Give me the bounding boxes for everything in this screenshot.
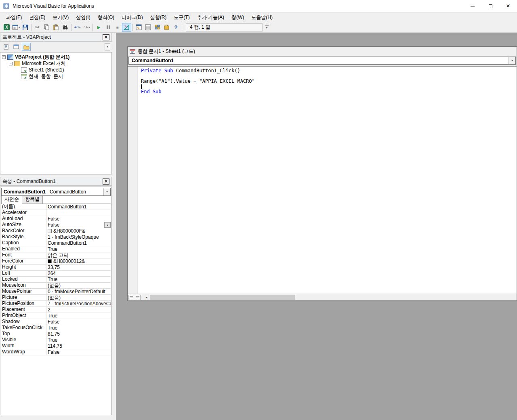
menu-item[interactable]: 도구(T) [170, 13, 193, 22]
object-selector-combobox[interactable]: CommandButton1 CommandButton ▾ [1, 188, 111, 196]
property-value[interactable]: 7 - fmPicturePositionAboveCenter [46, 301, 111, 307]
menu-item[interactable]: 편집(E) [25, 13, 49, 22]
property-value[interactable]: CommandButton1 [46, 240, 111, 246]
code-window[interactable]: 통합 문서1 - Sheet1 (코드) CommandButton1 ▾ Pr… [127, 46, 517, 301]
tree-item[interactable]: Sheet1 (Sheet1) [0, 67, 111, 73]
property-row[interactable]: EnabledTrue [1, 246, 111, 252]
project-explorer-button[interactable] [134, 23, 143, 32]
property-row[interactable]: CaptionCommandButton1 [1, 240, 111, 246]
property-value[interactable]: (없음) [46, 295, 111, 300]
run-sub-button[interactable]: ▶ [94, 23, 103, 32]
property-row[interactable]: Top81,75 [1, 331, 111, 337]
menu-item[interactable]: 창(W) [228, 13, 248, 22]
property-value[interactable]: &H80000012& [46, 258, 111, 264]
property-row[interactable]: PrintObjectTrue [1, 313, 111, 319]
view-microsoft-excel-button[interactable]: X [2, 23, 11, 32]
property-value[interactable]: False [46, 319, 111, 325]
property-value[interactable]: 114,75 [46, 343, 111, 349]
project-panel-titlebar[interactable]: 프로젝트 - VBAProject × [0, 33, 112, 42]
property-row[interactable]: VisibleTrue [1, 337, 111, 343]
tree-expander-icon[interactable]: − [9, 62, 13, 65]
menu-item[interactable]: 디버그(D) [118, 13, 147, 22]
menu-item[interactable]: 파일(F) [2, 13, 25, 22]
properties-panel-titlebar[interactable]: 속성 - CommandButton1 × [0, 177, 112, 186]
property-row[interactable]: MousePointer0 - fmMousePointerDefault [1, 289, 111, 295]
toggle-folders-button[interactable] [22, 43, 31, 51]
menu-item[interactable]: 도움말(H) [248, 13, 276, 22]
scroll-left-button[interactable]: ◄ [143, 294, 150, 301]
code-window-titlebar[interactable]: 통합 문서1 - Sheet1 (코드) [128, 47, 517, 56]
property-value[interactable]: True [46, 277, 111, 282]
property-row[interactable]: PicturePosition7 - fmPicturePositionAbov… [1, 301, 111, 307]
cut-button[interactable]: ✂ [33, 23, 42, 32]
property-value[interactable]: (없음) [46, 283, 111, 288]
property-row[interactable]: Picture(없음) [1, 295, 111, 301]
undo-button[interactable]: ↶▾ [73, 23, 82, 32]
property-value[interactable]: False [46, 349, 111, 355]
property-value[interactable]: False▾ [46, 222, 111, 228]
toolbox-button[interactable] [162, 23, 171, 32]
close-button[interactable]: × [499, 0, 517, 12]
combobox-dropdown-button[interactable]: ▾ [509, 57, 515, 64]
property-row[interactable]: AutoSizeFalse▾ [1, 222, 111, 228]
paste-button[interactable] [51, 23, 61, 32]
margin-indicator-bar[interactable] [128, 67, 138, 294]
reset-button[interactable]: ■ [113, 23, 122, 32]
procedure-view-button[interactable] [128, 295, 134, 300]
property-row[interactable]: BackColor&H8000000F& [1, 228, 111, 234]
property-row[interactable]: WordWrapFalse [1, 349, 111, 355]
find-button[interactable] [61, 23, 70, 32]
break-button[interactable] [103, 23, 113, 32]
tree-item[interactable]: −Microsoft Excel 개체 [0, 60, 111, 67]
property-value[interactable]: True [46, 325, 111, 331]
menu-item[interactable]: 추가 기능(A) [193, 13, 228, 22]
properties-panel-close-button[interactable]: × [103, 178, 109, 185]
property-value[interactable]: &H8000000F& [46, 228, 111, 234]
property-row[interactable]: Font맑은 고딕 [1, 252, 111, 258]
property-row[interactable]: LockedTrue [1, 277, 111, 283]
property-value[interactable]: False [46, 216, 111, 222]
property-row[interactable]: TakeFocusOnClickTrue [1, 325, 111, 331]
property-value[interactable]: 264 [46, 271, 111, 276]
maximize-button[interactable] [481, 0, 499, 12]
property-row[interactable]: AutoLoadFalse [1, 216, 111, 222]
project-panel-scroll-down-button[interactable]: ▾ [105, 43, 110, 50]
tab-categorized[interactable]: 항목별 [22, 195, 43, 204]
property-row[interactable]: (이름)CommandButton1 [1, 204, 111, 210]
property-value[interactable]: 맑은 고딕 [46, 252, 111, 258]
property-value[interactable]: True [46, 246, 111, 252]
property-row[interactable]: Left264 [1, 271, 111, 277]
property-value[interactable]: CommandButton1 [46, 204, 111, 210]
minimize-button[interactable] [464, 0, 481, 12]
property-value[interactable]: 33,75 [46, 265, 111, 270]
property-value[interactable] [46, 210, 111, 216]
copy-button[interactable] [42, 23, 51, 32]
tree-item[interactable]: 현재_통합_문서 [0, 73, 111, 80]
property-row[interactable]: Placement2 [1, 307, 111, 313]
properties-window-button[interactable] [143, 23, 153, 32]
menu-item[interactable]: 실행(R) [147, 13, 170, 22]
property-value[interactable]: True [46, 313, 111, 319]
property-row[interactable]: ShadowFalse [1, 319, 111, 325]
menu-item[interactable]: 삽입(I) [72, 13, 94, 22]
toolbar-options-button[interactable]: ▾ [264, 23, 270, 32]
menu-item[interactable]: 형식(O) [94, 13, 118, 22]
code-editor[interactable]: Private Sub CommandButton1_Click()Range(… [128, 66, 517, 294]
combobox-dropdown-button[interactable]: ▾ [103, 188, 110, 195]
tree-expander-icon[interactable]: − [2, 55, 6, 59]
property-value[interactable]: 0 - fmMousePointerDefault [46, 289, 111, 294]
project-panel-close-button[interactable]: × [103, 34, 109, 40]
view-code-button[interactable] [2, 43, 11, 51]
property-row[interactable]: Accelerator [1, 210, 111, 216]
view-object-button[interactable] [12, 43, 21, 51]
insert-userform-button[interactable]: ▾ [11, 23, 21, 32]
property-value[interactable]: 2 [46, 307, 111, 313]
property-value[interactable]: 1 - fmBackStyleOpaque [46, 234, 111, 240]
property-value[interactable]: 81,75 [46, 331, 111, 337]
scrollbar-thumb[interactable] [150, 295, 295, 300]
object-browser-button[interactable] [153, 23, 162, 32]
property-row[interactable]: ForeColor&H80000012& [1, 258, 111, 265]
property-dropdown-button[interactable]: ▾ [104, 222, 111, 228]
property-row[interactable]: BackStyle1 - fmBackStyleOpaque [1, 234, 111, 240]
property-row[interactable]: Height33,75 [1, 265, 111, 271]
